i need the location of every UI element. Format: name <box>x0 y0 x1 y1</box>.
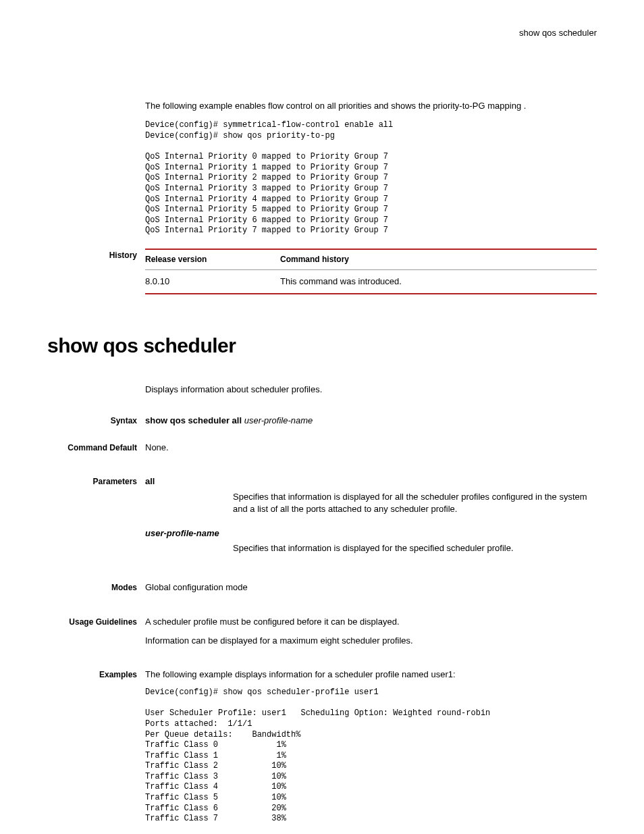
param-name-user-profile: user-profile-name <box>145 527 597 540</box>
syntax-bold: show qos scheduler all <box>145 415 242 425</box>
param-desc-all: Specifies that information is displayed … <box>233 491 597 515</box>
param-desc-user-profile: Specifies that information is displayed … <box>233 542 597 554</box>
examples-code: Device(config)# show qos scheduler-profi… <box>145 687 597 825</box>
command-default-label: Command Default <box>47 442 145 454</box>
table-row: 8.0.10 This command was introduced. <box>145 269 597 294</box>
usage-label: Usage Guidelines <box>47 616 145 628</box>
history-table: Release version Command history 8.0.10 T… <box>145 249 597 294</box>
command-title: show qos scheduler <box>47 332 597 360</box>
prev-example-intro: The following example enables flow contr… <box>145 100 597 112</box>
command-description: Displays information about scheduler pro… <box>145 384 597 396</box>
prev-example-code: Device(config)# symmetrical-flow-control… <box>145 120 597 236</box>
modes-value: Global configuration mode <box>145 581 597 594</box>
syntax-italic: user-profile-name <box>244 415 313 425</box>
history-release: 8.0.10 <box>145 269 280 294</box>
history-label: History <box>47 250 145 294</box>
usage-line1: A scheduler profile must be configured b… <box>145 616 597 628</box>
syntax-label: Syntax <box>47 415 145 427</box>
page-header-topic: show qos scheduler <box>47 27 597 39</box>
param-name-all: all <box>145 475 597 488</box>
examples-label: Examples <box>47 669 145 681</box>
history-header-release: Release version <box>145 249 280 269</box>
history-header-command: Command history <box>280 249 597 269</box>
history-command: This command was introduced. <box>280 269 597 294</box>
command-default-value: None. <box>145 442 597 454</box>
examples-intro: The following example displays informati… <box>145 669 597 681</box>
usage-line2: Information can be displayed for a maxim… <box>145 635 597 647</box>
modes-label: Modes <box>47 581 145 594</box>
parameters-label: Parameters <box>47 475 145 488</box>
